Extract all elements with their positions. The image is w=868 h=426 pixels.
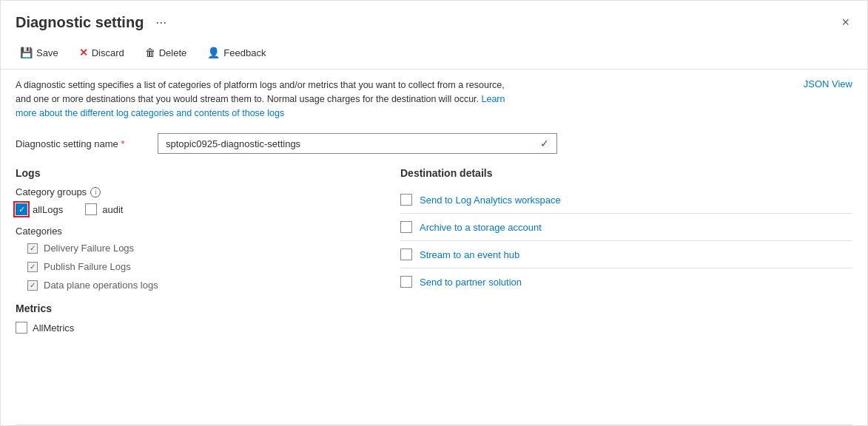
allMetrics-label: AllMetrics: [33, 322, 74, 334]
setting-name-field[interactable]: [166, 138, 540, 149]
dest-partner-solution[interactable]: Send to partner solution: [400, 268, 852, 295]
delivery-failure-logs-item: ✓ Delivery Failure Logs: [16, 243, 371, 254]
setting-name-row: Diagnostic setting name * ✓: [1, 127, 867, 164]
allLogs-label: allLogs: [33, 204, 63, 215]
delivery-failure-logs-label: Delivery Failure Logs: [44, 243, 134, 254]
categories-label: Categories: [16, 226, 371, 237]
metrics-section-title: Metrics: [16, 302, 371, 314]
data-plane-operations-checkbox[interactable]: ✓: [27, 280, 38, 291]
info-icon[interactable]: i: [90, 187, 101, 197]
dialog-title: Diagnostic setting: [16, 14, 144, 31]
logs-section-title: Logs: [16, 167, 371, 179]
delete-button[interactable]: 🗑 Delete: [141, 44, 192, 61]
publish-failure-logs-item: ✓ Publish Failure Logs: [16, 261, 371, 272]
dest-eventhub-checkbox[interactable]: [400, 248, 412, 260]
close-button[interactable]: ×: [838, 13, 852, 32]
main-content: Logs Category groups i ✓ allLogs audit: [1, 164, 867, 417]
diagnostic-setting-dialog: Diagnostic setting ··· × 💾 Save ✕ Discar…: [0, 0, 868, 426]
allMetrics-checkbox[interactable]: [16, 322, 27, 334]
dest-storage-checkbox[interactable]: [400, 221, 412, 233]
info-description: A diagnostic setting specifies a list of…: [16, 78, 505, 120]
data-plane-operations-item: ✓ Data plane operations logs: [16, 280, 371, 291]
dest-log-analytics[interactable]: Send to Log Analytics workspace: [400, 186, 852, 214]
log-categories-link[interactable]: more about the different log categories …: [16, 108, 284, 118]
required-star: *: [121, 138, 124, 149]
audit-checkbox-item[interactable]: audit: [85, 203, 123, 215]
audit-checkbox[interactable]: [85, 203, 97, 215]
data-plane-checkmark: ✓: [30, 281, 36, 289]
discard-icon: ✕: [79, 47, 88, 58]
allLogs-checkbox[interactable]: ✓: [16, 203, 27, 215]
category-groups-row: ✓ allLogs audit: [16, 203, 371, 215]
dest-partner-checkbox[interactable]: [400, 276, 412, 288]
allLogs-checkbox-item[interactable]: ✓ allLogs: [16, 203, 63, 215]
delivery-failure-logs-checkbox[interactable]: ✓: [27, 243, 38, 254]
dest-log-analytics-checkbox[interactable]: [400, 194, 412, 206]
dest-storage-label: Archive to a storage account: [420, 222, 542, 233]
toolbar: 💾 Save ✕ Discard 🗑 Delete 👤 Feedback: [1, 39, 867, 70]
delete-icon: 🗑: [145, 47, 155, 58]
publish-failure-logs-label: Publish Failure Logs: [44, 261, 131, 272]
feedback-button[interactable]: 👤 Feedback: [203, 44, 270, 61]
data-plane-operations-label: Data plane operations logs: [44, 280, 158, 291]
destination-section-title: Destination details: [400, 167, 852, 179]
dest-eventhub-label: Stream to an event hub: [420, 249, 519, 260]
dest-storage-account[interactable]: Archive to a storage account: [400, 214, 852, 241]
delivery-failure-checkmark: ✓: [30, 244, 36, 252]
title-bar: Diagnostic setting ··· ×: [1, 1, 867, 39]
audit-label: audit: [102, 204, 123, 215]
allLogs-checkmark: ✓: [18, 205, 25, 214]
dest-event-hub[interactable]: Stream to an event hub: [400, 241, 852, 268]
category-groups-label: Category groups i: [16, 186, 371, 197]
title-ellipsis[interactable]: ···: [155, 15, 166, 30]
feedback-icon: 👤: [207, 47, 220, 58]
valid-checkmark-icon: ✓: [540, 138, 549, 149]
save-button[interactable]: 💾 Save: [16, 44, 63, 61]
dest-partner-label: Send to partner solution: [420, 277, 522, 288]
info-bar: A diagnostic setting specifies a list of…: [1, 70, 867, 127]
allMetrics-checkbox-item[interactable]: AllMetrics: [16, 322, 371, 334]
bottom-separator: [16, 425, 852, 425]
learn-more-link[interactable]: Learn: [482, 94, 505, 104]
publish-failure-logs-checkbox[interactable]: ✓: [27, 262, 38, 272]
left-panel: Logs Category groups i ✓ allLogs audit: [16, 164, 371, 417]
save-icon: 💾: [20, 47, 33, 58]
setting-name-input-wrapper: ✓: [158, 133, 557, 154]
publish-failure-checkmark: ✓: [30, 263, 36, 271]
dest-log-analytics-label: Send to Log Analytics workspace: [420, 195, 561, 206]
metrics-section: Metrics AllMetrics: [16, 302, 371, 334]
json-view-link[interactable]: JSON View: [804, 78, 852, 89]
discard-button[interactable]: ✕ Discard: [75, 44, 129, 61]
setting-name-label: Diagnostic setting name *: [16, 138, 149, 149]
right-panel: Destination details Send to Log Analytic…: [400, 164, 852, 417]
